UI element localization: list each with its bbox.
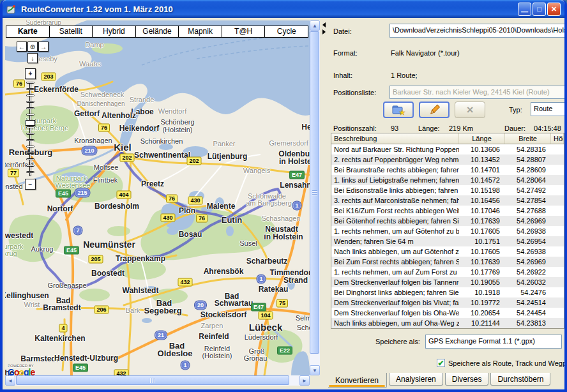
scroll-left-button[interactable]: ◄: [5, 375, 15, 386]
typ-label: Typ:: [509, 106, 522, 114]
datei-label: Datei:: [333, 27, 352, 35]
table-cell: [551, 287, 564, 298]
zoom-out-button[interactable]: −: [25, 179, 36, 190]
table-row[interactable]: Dem Streckenverlauf folgen bis Vivat; fa…: [331, 298, 564, 308]
map-tab-cycle[interactable]: Cycle: [265, 26, 308, 37]
collapse-right-icon[interactable]: [322, 29, 326, 34]
table-cell: 10.19772: [459, 298, 505, 308]
table-cell: Dem Streckenverlauf folgen bis Oha-Weg..…: [331, 308, 459, 318]
table-cell: 54.26938: [505, 226, 551, 236]
map-horizontal-scrollbar[interactable]: ◄ ►: [5, 375, 310, 386]
tab-analysieren[interactable]: Analysieren: [389, 373, 443, 386]
table-row[interactable]: Bei Götenhof rechts abbiegen; fahren Sie…: [331, 216, 564, 226]
table-cell: 1. rechts nehmen, um auf Zum Forst zu b.…: [331, 267, 459, 277]
map-tab-hybrid[interactable]: Hybrid: [93, 26, 136, 37]
table-row[interactable]: 3. rechts auf Marconistraße nehmen; fah.…: [331, 195, 564, 206]
zoom-in-button[interactable]: +: [25, 68, 36, 79]
delete-icon: ✕: [466, 105, 474, 115]
table-cell: 10.16456: [459, 195, 505, 206]
table-row[interactable]: Bei K16/Zum Forst rechts abbiegen Weit..…: [331, 206, 564, 216]
pan-right-button[interactable]: →: [38, 41, 49, 52]
table-row[interactable]: Nach links abbiegen, um auf Götenhof zu …: [331, 246, 564, 257]
table-cell: 3. rechts auf Marconistraße nehmen; fah.…: [331, 195, 459, 206]
column-header-hoehe[interactable]: Höhe: [551, 133, 564, 144]
table-row[interactable]: 2. rechts auf Poppenbrügger Weg nehme...…: [331, 155, 564, 165]
table-cell: [551, 175, 564, 185]
zoom-tick: [26, 88, 34, 90]
scroll-right-button[interactable]: ►: [299, 375, 310, 386]
table-row[interactable]: Bei Braunstraße rechts abbiegen; fahren …: [331, 165, 564, 175]
table-row[interactable]: 1. links auf Liebigstraße nehmen; fahren…: [331, 175, 564, 185]
close-button[interactable]: ✕: [547, 3, 561, 16]
table-cell: 54.27854: [505, 195, 551, 206]
pan-left-button[interactable]: ←: [17, 41, 27, 52]
table-cell: Bei Dinghorst links abbiegen; fahren Sie…: [331, 287, 459, 298]
typ-combo[interactable]: Route: [531, 102, 567, 116]
zoom-tick: [26, 139, 34, 141]
maximize-button[interactable]: □: [533, 3, 546, 16]
collapse-left-icon[interactable]: [322, 22, 326, 27]
table-cell: 54.26922: [505, 267, 551, 277]
tab-konvertieren[interactable]: Konvertieren: [328, 373, 387, 388]
table-row[interactable]: Nach links abbiegen, um auf Oha-Weg zu..…: [331, 318, 564, 328]
table-row[interactable]: Bei Dinghorst links abbiegen; fahren Sie…: [331, 287, 564, 298]
table-cell: [551, 318, 564, 328]
tab-durchstöbern[interactable]: Durchstöbern: [490, 373, 550, 386]
speichere-als-combo[interactable]: GPS Exchange Format 1.1 (*.gpx): [425, 335, 562, 349]
scroll-down-button[interactable]: ▼: [310, 365, 320, 375]
speichere-als-label: Speichere als:: [375, 338, 420, 345]
zoom-tick: [26, 165, 34, 167]
map-tab-gelnde[interactable]: Gelände: [136, 26, 179, 37]
zoom-slider[interactable]: [25, 82, 36, 176]
dauer-value: 04:15:48: [534, 124, 561, 132]
laenge-value: 219 Km: [449, 124, 473, 132]
table-cell: 10.19055: [459, 277, 505, 287]
datei-field[interactable]: \DownloadVerzeichnisSchleppi05-2010\Down…: [389, 24, 567, 38]
table-row[interactable]: 1. rechts nehmen, um auf Götenhof zu bl.…: [331, 226, 564, 236]
table-cell: Bei K16/Zum Forst rechts abbiegen Weit..…: [331, 206, 459, 216]
save-as-route-checkbox[interactable]: ✔: [437, 359, 445, 367]
table-row[interactable]: Bei Edisonstraße links abbiegen; fahren …: [331, 185, 564, 195]
map-tab-mapnik[interactable]: Mapnik: [179, 26, 222, 37]
pan-center-button[interactable]: ⊕: [27, 41, 38, 52]
table-cell: Dem Streckenverlauf folgen bis Tannenre.…: [331, 277, 459, 287]
tab-diverses[interactable]: Diverses: [445, 373, 489, 386]
map-tab-karte[interactable]: Karte: [6, 26, 50, 37]
table-row[interactable]: Dem Streckenverlauf folgen bis Tannenre.…: [331, 277, 564, 287]
positionsliste-combo[interactable]: Barkauer Str. nach Kieler Weg, 24145 Kie…: [389, 86, 567, 99]
new-positionlist-button[interactable]: ★: [383, 102, 414, 118]
table-row[interactable]: 1. rechts nehmen, um auf Zum Forst zu b.…: [331, 267, 564, 277]
table-cell: Bei Zum Forst rechts abbiegen; fahren Si…: [331, 257, 459, 267]
zoom-slider-thumb[interactable]: [26, 120, 35, 126]
table-cell: Bei Edisonstraße links abbiegen; fahren …: [331, 185, 459, 195]
map-vertical-scrollbar[interactable]: ▲ ▼: [310, 20, 320, 375]
minimize-button[interactable]: —: [518, 3, 531, 16]
map-tab-th[interactable]: T@H: [222, 26, 266, 37]
scroll-up-button[interactable]: ▲: [310, 20, 320, 31]
pan-down-button[interactable]: ↓: [27, 53, 38, 63]
table-cell: [551, 236, 564, 246]
table-row[interactable]: Dem Streckenverlauf folgen bis Oha-Weg..…: [331, 308, 564, 318]
table-cell: 2. rechts auf Poppenbrügger Weg nehme...: [331, 155, 459, 165]
table-row[interactable]: Bei Zum Forst rechts abbiegen; fahren Si…: [331, 257, 564, 267]
dauer-label: Dauer:: [504, 124, 525, 132]
table-cell: 10.17605: [459, 226, 505, 236]
rename-positionlist-button[interactable]: [419, 102, 450, 118]
inhalt-label: Inhalt:: [333, 72, 352, 79]
map-viewport[interactable]: SüderbrarupDampRiesebyWaabsEckernfördeSc…: [5, 20, 310, 375]
delete-positionlist-button[interactable]: ✕: [455, 102, 485, 118]
table-row[interactable]: Wenden; fahren Sie 64 m10.175154.26954: [331, 236, 564, 246]
column-header-beschreibung[interactable]: Beschreibung: [331, 133, 459, 144]
vscroll-thumb[interactable]: [310, 31, 319, 354]
column-header-breite[interactable]: Breite: [505, 133, 551, 144]
table-cell: [551, 144, 564, 155]
table-cell: Nord auf Barkauer Str. Richtung Poppenk.…: [331, 144, 459, 155]
map-attribution: POWERED BY Google: [8, 363, 34, 375]
table-row[interactable]: Nord auf Barkauer Str. Richtung Poppenk.…: [331, 144, 564, 155]
column-header-laenge[interactable]: Länge: [459, 133, 505, 144]
table-cell: [551, 257, 564, 267]
map-tab-satellit[interactable]: Satellit: [50, 26, 93, 37]
split-divider[interactable]: [320, 20, 328, 386]
hscroll-thumb[interactable]: [16, 375, 289, 385]
table-cell: 54.28316: [505, 144, 551, 155]
